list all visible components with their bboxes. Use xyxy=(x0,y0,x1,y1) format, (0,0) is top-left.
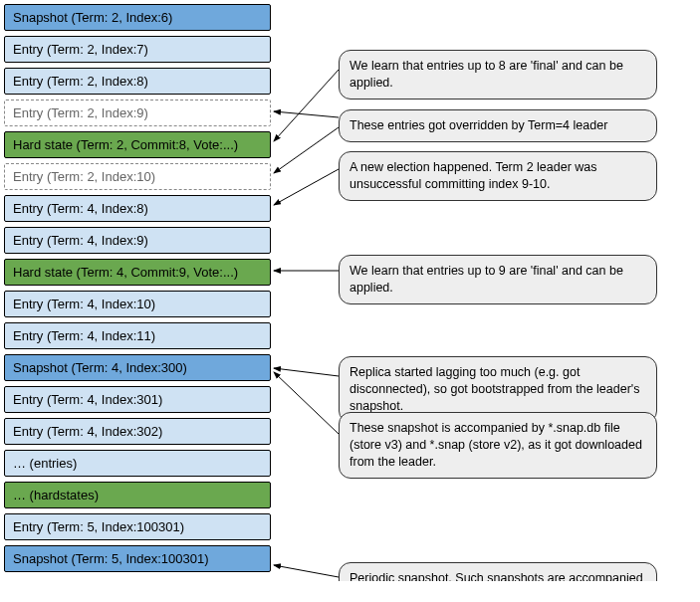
callout-snap-files: These snapshot is accompanied by *.snap.… xyxy=(339,412,657,479)
entry-row: Entry (Term: 4, Index:301) xyxy=(4,386,271,413)
entry-row: Entry (Term: 4, Index:10) xyxy=(4,291,271,317)
snapshot-row: Snapshot (Term: 4, Index:300) xyxy=(4,354,271,381)
callout-commit-9: We learn that entries up to 9 are 'final… xyxy=(339,255,657,304)
callout-periodic: Periodic snapshot. Such snapshots are ac… xyxy=(339,562,657,581)
dashed-row: Entry (Term: 2, Index:10) xyxy=(4,163,271,190)
callout-overridden: These entries got overridden by Term=4 l… xyxy=(339,109,657,142)
entry-row: Entry (Term: 4, Index:9) xyxy=(4,227,271,254)
hard-row: Hard state (Term: 4, Commit:9, Vote:...) xyxy=(4,259,271,286)
callout-commit-8: We learn that entries up to 8 are 'final… xyxy=(339,50,657,100)
entry-row: Entry (Term: 2, Index:8) xyxy=(4,68,271,95)
hard-row: Hard state (Term: 2, Commit:8, Vote:...) xyxy=(4,131,271,158)
snapshot-row: Snapshot (Term: 5, Index:100301) xyxy=(4,545,271,572)
hard-row: … (hardstates) xyxy=(4,482,271,508)
entry-row: Entry (Term: 5, Index:100301) xyxy=(4,513,271,540)
snapshot-row: Snapshot (Term: 2, Index:6) xyxy=(4,4,271,31)
dashed-row: Entry (Term: 2, Index:9) xyxy=(4,100,271,126)
entry-row: Entry (Term: 4, Index:11) xyxy=(4,322,271,349)
entry-row: Entry (Term: 4, Index:8) xyxy=(4,195,271,222)
entry-row: Entry (Term: 4, Index:302) xyxy=(4,418,271,445)
entry-row: Entry (Term: 2, Index:7) xyxy=(4,36,271,63)
entry-row: … (entries) xyxy=(4,450,271,477)
callout-election: A new election happened. Term 2 leader w… xyxy=(339,151,657,201)
